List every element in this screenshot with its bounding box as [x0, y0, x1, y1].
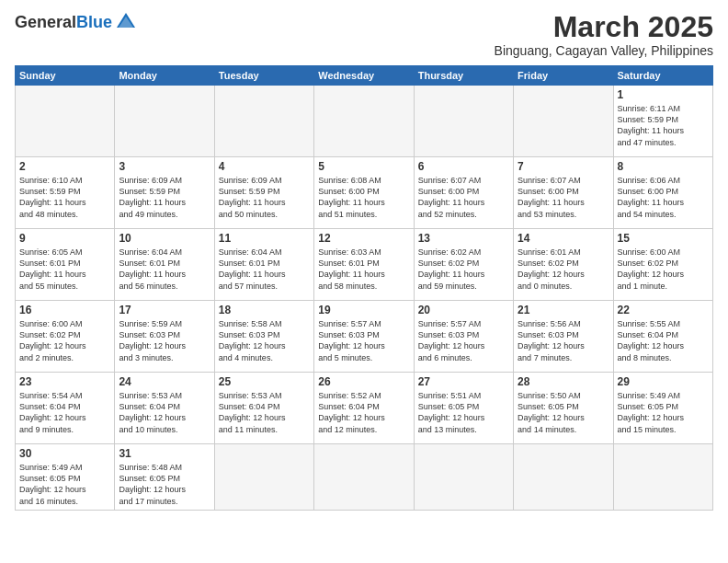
week-row-3: 9Sunrise: 6:05 AM Sunset: 6:01 PM Daylig…	[16, 229, 713, 301]
calendar-cell: 2Sunrise: 6:10 AM Sunset: 5:59 PM Daylig…	[16, 157, 115, 229]
week-row-4: 16Sunrise: 6:00 AM Sunset: 6:02 PM Dayli…	[16, 301, 713, 373]
day-info: Sunrise: 6:01 AM Sunset: 6:02 PM Dayligh…	[518, 247, 609, 292]
title-block: March 2025 Binguang, Cagayan Valley, Phi…	[495, 11, 713, 58]
day-number: 11	[219, 232, 310, 245]
calendar-cell: 23Sunrise: 5:54 AM Sunset: 6:04 PM Dayli…	[16, 373, 115, 444]
day-info: Sunrise: 6:04 AM Sunset: 6:01 PM Dayligh…	[219, 247, 310, 292]
header: General Blue March 2025 Binguang, Cagaya…	[15, 11, 713, 58]
calendar-cell: 12Sunrise: 6:03 AM Sunset: 6:01 PM Dayli…	[314, 229, 414, 301]
day-number: 26	[318, 375, 409, 388]
calendar-cell	[414, 444, 513, 511]
calendar-cell: 10Sunrise: 6:04 AM Sunset: 6:01 PM Dayli…	[115, 229, 214, 301]
day-info: Sunrise: 5:57 AM Sunset: 6:03 PM Dayligh…	[418, 318, 509, 363]
calendar-cell: 24Sunrise: 5:53 AM Sunset: 6:04 PM Dayli…	[115, 373, 214, 444]
calendar-cell	[613, 444, 712, 511]
calendar-cell: 17Sunrise: 5:59 AM Sunset: 6:03 PM Dayli…	[115, 301, 214, 373]
day-info: Sunrise: 6:00 AM Sunset: 6:02 PM Dayligh…	[19, 318, 110, 363]
day-number: 9	[19, 232, 110, 245]
calendar-cell: 21Sunrise: 5:56 AM Sunset: 6:03 PM Dayli…	[514, 301, 613, 373]
day-number: 8	[618, 160, 709, 173]
calendar-cell: 29Sunrise: 5:49 AM Sunset: 6:05 PM Dayli…	[613, 373, 712, 444]
calendar-page: General Blue March 2025 Binguang, Cagaya…	[0, 0, 728, 563]
day-info: Sunrise: 5:54 AM Sunset: 6:04 PM Dayligh…	[19, 390, 110, 435]
day-info: Sunrise: 5:56 AM Sunset: 6:03 PM Dayligh…	[518, 318, 609, 363]
day-number: 14	[518, 232, 609, 245]
calendar-cell: 13Sunrise: 6:02 AM Sunset: 6:02 PM Dayli…	[414, 229, 513, 301]
day-number: 24	[119, 375, 210, 388]
day-number: 22	[618, 304, 709, 316]
weekday-header-thursday: Thursday	[414, 66, 513, 86]
calendar-cell	[514, 86, 613, 157]
week-row-1: 1Sunrise: 6:11 AM Sunset: 5:59 PM Daylig…	[16, 86, 713, 157]
calendar-cell: 28Sunrise: 5:50 AM Sunset: 6:05 PM Dayli…	[514, 373, 613, 444]
day-info: Sunrise: 5:48 AM Sunset: 6:05 PM Dayligh…	[119, 462, 210, 507]
day-number: 28	[518, 375, 609, 388]
day-info: Sunrise: 6:07 AM Sunset: 6:00 PM Dayligh…	[418, 175, 509, 220]
day-info: Sunrise: 5:50 AM Sunset: 6:05 PM Dayligh…	[518, 390, 609, 435]
day-number: 23	[19, 375, 110, 388]
calendar-cell: 25Sunrise: 5:53 AM Sunset: 6:04 PM Dayli…	[214, 373, 313, 444]
day-info: Sunrise: 6:07 AM Sunset: 6:00 PM Dayligh…	[518, 175, 609, 220]
calendar-cell: 31Sunrise: 5:48 AM Sunset: 6:05 PM Dayli…	[115, 444, 214, 511]
day-number: 5	[318, 160, 409, 173]
logo: General Blue	[15, 11, 137, 33]
day-number: 1	[618, 88, 709, 101]
calendar-cell: 20Sunrise: 5:57 AM Sunset: 6:03 PM Dayli…	[414, 301, 513, 373]
day-info: Sunrise: 5:57 AM Sunset: 6:03 PM Dayligh…	[318, 318, 409, 363]
calendar-cell: 30Sunrise: 5:49 AM Sunset: 6:05 PM Dayli…	[16, 444, 115, 511]
month-title: March 2025	[495, 11, 713, 43]
day-info: Sunrise: 6:02 AM Sunset: 6:02 PM Dayligh…	[418, 247, 509, 292]
calendar-cell: 9Sunrise: 6:05 AM Sunset: 6:01 PM Daylig…	[16, 229, 115, 301]
day-info: Sunrise: 5:58 AM Sunset: 6:03 PM Dayligh…	[219, 318, 310, 363]
calendar-cell: 1Sunrise: 6:11 AM Sunset: 5:59 PM Daylig…	[613, 86, 712, 157]
calendar-cell	[314, 86, 414, 157]
week-row-5: 23Sunrise: 5:54 AM Sunset: 6:04 PM Dayli…	[16, 373, 713, 444]
day-info: Sunrise: 5:49 AM Sunset: 6:05 PM Dayligh…	[618, 390, 709, 435]
day-number: 3	[119, 160, 210, 173]
day-number: 16	[19, 304, 110, 316]
calendar-cell: 26Sunrise: 5:52 AM Sunset: 6:04 PM Dayli…	[314, 373, 414, 444]
weekday-header-row: SundayMondayTuesdayWednesdayThursdayFrid…	[16, 66, 713, 86]
day-number: 27	[418, 375, 509, 388]
calendar-cell: 6Sunrise: 6:07 AM Sunset: 6:00 PM Daylig…	[414, 157, 513, 229]
day-number: 12	[318, 232, 409, 245]
calendar-cell: 27Sunrise: 5:51 AM Sunset: 6:05 PM Dayli…	[414, 373, 513, 444]
calendar-cell: 3Sunrise: 6:09 AM Sunset: 5:59 PM Daylig…	[115, 157, 214, 229]
day-number: 10	[119, 232, 210, 245]
day-number: 29	[618, 375, 709, 388]
day-info: Sunrise: 5:49 AM Sunset: 6:05 PM Dayligh…	[19, 462, 110, 507]
calendar-table: SundayMondayTuesdayWednesdayThursdayFrid…	[15, 65, 713, 511]
day-number: 31	[119, 447, 210, 460]
calendar-cell: 15Sunrise: 6:00 AM Sunset: 6:02 PM Dayli…	[613, 229, 712, 301]
day-number: 7	[518, 160, 609, 173]
day-number: 18	[219, 304, 310, 316]
day-info: Sunrise: 6:04 AM Sunset: 6:01 PM Dayligh…	[119, 247, 210, 292]
calendar-cell: 8Sunrise: 6:06 AM Sunset: 6:00 PM Daylig…	[613, 157, 712, 229]
day-info: Sunrise: 5:53 AM Sunset: 6:04 PM Dayligh…	[219, 390, 310, 435]
calendar-cell: 5Sunrise: 6:08 AM Sunset: 6:00 PM Daylig…	[314, 157, 414, 229]
calendar-cell	[414, 86, 513, 157]
day-number: 17	[119, 304, 210, 316]
calendar-cell	[214, 86, 313, 157]
calendar-cell	[314, 444, 414, 511]
calendar-cell	[214, 444, 313, 511]
logo-icon	[115, 11, 137, 33]
day-number: 15	[618, 232, 709, 245]
weekday-header-wednesday: Wednesday	[314, 66, 414, 86]
day-number: 25	[219, 375, 310, 388]
calendar-cell: 7Sunrise: 6:07 AM Sunset: 6:00 PM Daylig…	[514, 157, 613, 229]
day-info: Sunrise: 5:55 AM Sunset: 6:04 PM Dayligh…	[618, 318, 709, 363]
day-info: Sunrise: 5:53 AM Sunset: 6:04 PM Dayligh…	[119, 390, 210, 435]
day-info: Sunrise: 6:09 AM Sunset: 5:59 PM Dayligh…	[219, 175, 310, 220]
calendar-cell: 16Sunrise: 6:00 AM Sunset: 6:02 PM Dayli…	[16, 301, 115, 373]
subtitle: Binguang, Cagayan Valley, Philippines	[495, 43, 713, 58]
day-number: 13	[418, 232, 509, 245]
day-number: 2	[19, 160, 110, 173]
day-info: Sunrise: 6:09 AM Sunset: 5:59 PM Dayligh…	[119, 175, 210, 220]
day-info: Sunrise: 6:08 AM Sunset: 6:00 PM Dayligh…	[318, 175, 409, 220]
weekday-header-saturday: Saturday	[613, 66, 712, 86]
weekday-header-tuesday: Tuesday	[214, 66, 313, 86]
day-number: 30	[19, 447, 110, 460]
day-number: 21	[518, 304, 609, 316]
week-row-6: 30Sunrise: 5:49 AM Sunset: 6:05 PM Dayli…	[16, 444, 713, 511]
